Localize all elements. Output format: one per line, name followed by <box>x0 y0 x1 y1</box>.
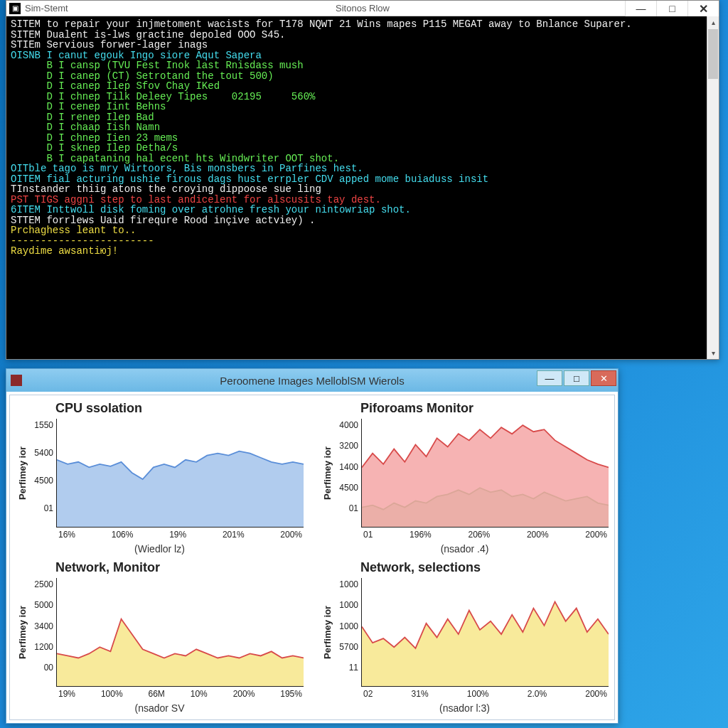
close-button[interactable]: ✕ <box>687 1 719 16</box>
terminal-scrollbar[interactable]: ▴ ▾ <box>707 16 719 359</box>
y-axis-label: Perfimey ior <box>16 419 29 528</box>
terminal-line: D I chnep Iien 23 mems <box>11 133 714 144</box>
x-axis-ticks: 01196%206%200%200% <box>362 530 609 540</box>
chart-area: Perfimey ior40003200140045000101196%206%… <box>321 419 609 528</box>
terminal-line: ------------------------ <box>11 236 714 247</box>
terminal-line: D I chnep Tilk Deleey Tipes 02195 560% <box>11 92 714 102</box>
x-axis-ticks: 0231%100%2.0%200% <box>362 689 609 699</box>
chart-plot: 19%100%66M10%200%195% <box>56 578 304 687</box>
close-button[interactable]: ✕ <box>591 370 616 386</box>
chart-plot: 01196%206%200%200% <box>361 419 609 528</box>
x-tick: 200% <box>233 689 255 699</box>
terminal-line: OISNB I canut egouk Ingo siore Aqut Sape… <box>11 50 714 61</box>
terminal-line: SITEM to repair your injmetoment wacists… <box>11 19 714 30</box>
chart-grid: CPU ssolationPerfimey ior155054004500011… <box>16 401 609 714</box>
terminal-line: D I canep Ilep Sfov Chay IKed <box>11 81 714 92</box>
y-tick: 1000 <box>336 600 358 610</box>
y-axis-ticks: 250050003400120000 <box>29 578 56 687</box>
y-tick: 1400 <box>336 462 358 472</box>
terminal-line: TInstander thiig atons the croying dippo… <box>11 184 714 195</box>
terminal-line: D I cenep Iint Behns <box>11 102 714 112</box>
terminal-line: B I capataning hal ecent hts Windwriter … <box>11 154 714 164</box>
x-tick: 2.0% <box>528 689 547 699</box>
y-tick: 1200 <box>31 642 53 652</box>
scroll-down-arrow-icon[interactable]: ▾ <box>707 347 719 359</box>
performance-titlebar[interactable]: Peroomene Images MelloblSM Wierols — □ ✕ <box>6 369 618 392</box>
x-tick: 200% <box>527 530 549 540</box>
x-axis-ticks: 16%106%19%201%200% <box>57 530 304 540</box>
x-tick: 100% <box>467 689 489 699</box>
x-tick: 31% <box>412 689 429 699</box>
chart-plot: 0231%100%2.0%200% <box>361 578 609 687</box>
y-tick: 3200 <box>336 441 358 451</box>
chart-area: Perfimey ior1000100010005700110231%100%2… <box>321 578 609 687</box>
terminal-app-name: Sim-Stemt <box>25 3 68 14</box>
terminal-line: OITEM fial acturing ushie firous dags hu… <box>11 174 714 185</box>
scroll-track[interactable] <box>707 80 719 347</box>
terminal-line: D I canep (CT) Setrotand the tout 500) <box>11 71 714 82</box>
x-tick: 19% <box>58 689 75 699</box>
y-axis-label: Perfimey ior <box>16 578 29 687</box>
x-tick: 201% <box>223 530 245 540</box>
y-tick: 4500 <box>336 483 358 493</box>
x-axis-label: (nsador l:3) <box>321 702 609 714</box>
y-axis-ticks: 100010001000570011 <box>334 578 361 687</box>
chart-panel: CPU ssolationPerfimey ior155054004500011… <box>16 401 304 555</box>
terminal-line: B I cansp (TVU Fest Inok last Rnisdass m… <box>11 60 714 71</box>
terminal-line: STIEm Servious forwer-lager inags <box>11 40 714 50</box>
y-axis-ticks: 400032001400450001 <box>334 419 361 528</box>
chart-panel: Network, MonitorPerfimey ior250050003400… <box>16 560 304 714</box>
y-tick: 3400 <box>31 621 53 631</box>
terminal-app-icon: ▣ <box>9 3 21 14</box>
x-axis-label: (nsador .4) <box>321 543 609 555</box>
chart-area: Perfimey ior1550540045000116%106%19%201%… <box>16 419 304 528</box>
performance-window: Peroomene Images MelloblSM Wierols — □ ✕… <box>6 368 619 724</box>
y-axis-label: Perfimey ior <box>321 578 334 687</box>
x-tick: 195% <box>280 689 302 699</box>
y-axis-label: Perfimey ior <box>321 419 334 528</box>
maximize-button[interactable]: □ <box>656 1 687 16</box>
chart-panel: Network, selectionsPerfimey ior100010001… <box>321 560 609 714</box>
terminal-window-controls: — □ ✕ <box>625 1 719 16</box>
x-axis-ticks: 19%100%66M10%200%195% <box>57 689 304 699</box>
y-tick: 11 <box>336 663 358 673</box>
x-axis-label: (Wiedlor lz) <box>16 543 304 555</box>
y-tick: 1550 <box>31 420 53 430</box>
x-tick: 100% <box>101 689 123 699</box>
terminal-line: 6ITEM Inttwoll disk foming over atrohne … <box>11 205 714 215</box>
scroll-thumb[interactable] <box>708 29 718 79</box>
minimize-button[interactable]: — <box>537 370 562 386</box>
x-tick: 01 <box>363 530 373 540</box>
x-tick: 106% <box>112 530 134 540</box>
y-tick: 1000 <box>336 579 358 589</box>
terminal-line: D I sknep Ilep Detha/s <box>11 143 714 154</box>
x-tick: 16% <box>58 530 75 540</box>
y-tick: 4000 <box>336 420 358 430</box>
terminal-line: Raydime awsantiюj! <box>11 246 714 257</box>
x-tick: 196% <box>410 530 432 540</box>
chart-title: Piforoams Monitor <box>360 401 609 416</box>
terminal-output[interactable]: SITEM to repair your injmetoment wacists… <box>6 16 719 359</box>
maximize-button[interactable]: □ <box>564 370 589 386</box>
scroll-up-arrow-icon[interactable]: ▴ <box>707 16 719 28</box>
y-tick: 01 <box>31 503 53 513</box>
performance-body: CPU ssolationPerfimey ior155054004500011… <box>9 395 615 720</box>
terminal-titlebar[interactable]: ▣ Sim-Stemt Sitonos Rlow — □ ✕ <box>6 1 719 16</box>
terminal-line: D I renep Ilep Bad <box>11 112 714 123</box>
performance-title: Peroomene Images MelloblSM Wierols <box>220 375 404 387</box>
x-tick: 66M <box>149 689 165 699</box>
x-tick: 200% <box>585 530 607 540</box>
performance-app-icon <box>11 375 22 386</box>
y-tick: 2500 <box>31 579 53 589</box>
x-tick: 10% <box>191 689 208 699</box>
terminal-line: OITble tago is mry Wirtoors, Bis monsber… <box>11 164 714 174</box>
chart-title: Network, selections <box>360 560 609 575</box>
performance-window-controls: — □ ✕ <box>537 370 616 386</box>
terminal-line: SITEM Dualent is-lws gractine depoled OO… <box>11 30 714 41</box>
minimize-button[interactable]: — <box>625 1 656 16</box>
chart-area: Perfimey ior25005000340012000019%100%66M… <box>16 578 304 687</box>
terminal-line: Prchaghess leant to.. <box>11 225 714 236</box>
x-tick: 200% <box>280 530 302 540</box>
terminal-line: D I chaap Iish Namn <box>11 122 714 133</box>
y-tick: 5000 <box>31 600 53 610</box>
